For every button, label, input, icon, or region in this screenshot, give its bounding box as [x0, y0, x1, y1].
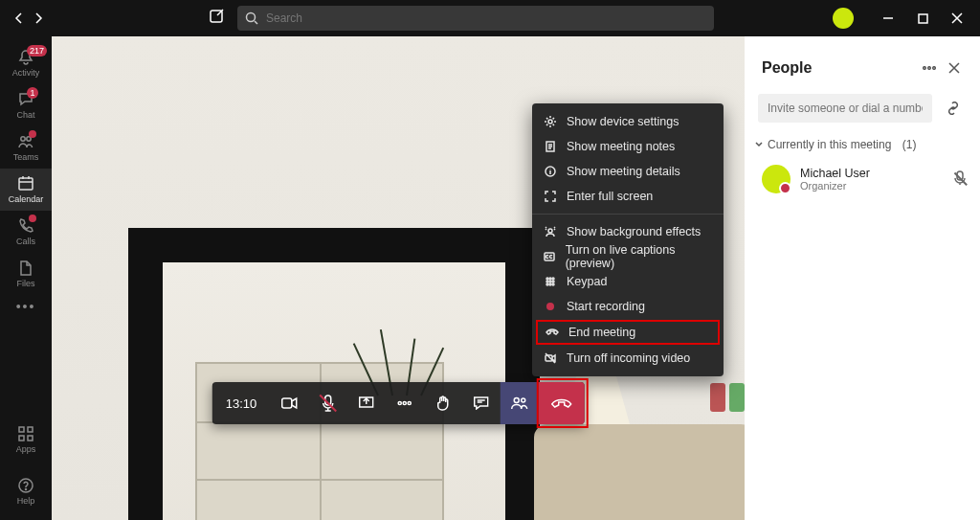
- rail-calls[interactable]: Calls: [0, 211, 52, 253]
- panel-more-button[interactable]: [917, 56, 942, 80]
- menu-meeting-notes[interactable]: Show meeting notes: [532, 134, 724, 159]
- svg-point-38: [933, 67, 936, 70]
- menu-live-captions[interactable]: Turn on live captions (preview): [532, 244, 724, 269]
- people-panel: People Currently in this meeting (1) Mic…: [745, 36, 980, 520]
- info-icon: [544, 166, 557, 177]
- close-button[interactable]: [940, 4, 974, 33]
- copy-link-button[interactable]: [940, 95, 967, 122]
- svg-point-36: [924, 67, 926, 70]
- maximize-button[interactable]: [905, 4, 940, 33]
- svg-point-37: [928, 67, 931, 70]
- chevron-down-icon: [754, 140, 764, 149]
- hangup-icon: [550, 396, 571, 410]
- chat-button[interactable]: [461, 382, 500, 424]
- cc-icon: [544, 251, 556, 262]
- menu-label: Keypad: [567, 275, 607, 288]
- section-current[interactable]: Currently in this meeting (1): [745, 132, 980, 157]
- svg-rect-9: [28, 436, 33, 441]
- rail-label: Teams: [13, 152, 39, 162]
- share-button[interactable]: [346, 382, 385, 424]
- svg-point-3: [21, 137, 25, 141]
- rail-badge: 217: [27, 45, 47, 57]
- files-icon: [17, 260, 34, 277]
- help-icon: [17, 477, 34, 494]
- menu-label: Show meeting notes: [567, 140, 675, 153]
- invite-input[interactable]: [758, 94, 932, 123]
- section-count: (1): [902, 138, 917, 151]
- hand-icon: [435, 396, 449, 411]
- menu-label: Show meeting details: [567, 165, 680, 178]
- search-input[interactable]: [266, 11, 706, 25]
- menu-device-settings[interactable]: Show device settings: [532, 109, 724, 134]
- minimize-button[interactable]: [871, 4, 905, 33]
- svg-point-18: [549, 278, 551, 280]
- people-icon: [510, 396, 527, 410]
- record-icon: [544, 301, 557, 312]
- menu-meeting-details[interactable]: Show meeting details: [532, 159, 724, 184]
- rail-help[interactable]: Help: [0, 472, 52, 510]
- raise-hand-button[interactable]: [423, 382, 461, 424]
- svg-point-19: [552, 278, 554, 280]
- participant-mic-muted[interactable]: [953, 170, 967, 189]
- svg-point-11: [26, 489, 27, 490]
- svg-point-26: [546, 303, 554, 310]
- search-box[interactable]: [237, 6, 714, 31]
- menu-background-effects[interactable]: Show background effects: [532, 219, 724, 244]
- rail-label: Files: [16, 279, 34, 288]
- forward-button[interactable]: [31, 11, 46, 26]
- menu-keypad[interactable]: Keypad: [532, 269, 724, 294]
- hangup-button[interactable]: [538, 382, 584, 424]
- window-controls: [833, 4, 974, 33]
- menu-label: Show device settings: [567, 115, 679, 128]
- more-icon: [396, 400, 412, 406]
- back-button[interactable]: [11, 11, 27, 26]
- rail-label: Apps: [16, 444, 36, 454]
- keypad-icon: [544, 276, 557, 287]
- app-rail: 217 Activity 1 Chat Teams Calendar Calls…: [0, 36, 52, 520]
- rail-dot: [29, 130, 36, 138]
- user-avatar[interactable]: [833, 8, 854, 29]
- meeting-toolbar: 13:10: [212, 382, 585, 424]
- svg-rect-2: [919, 14, 927, 23]
- participant-row[interactable]: Michael User Organizer: [745, 157, 980, 201]
- background-icon: [544, 226, 557, 237]
- share-icon: [358, 396, 373, 410]
- svg-point-12: [548, 120, 552, 124]
- toggle-mic-button[interactable]: [308, 382, 346, 424]
- toggle-camera-button[interactable]: [270, 382, 308, 424]
- menu-start-recording[interactable]: Start recording: [532, 294, 724, 319]
- menu-turn-off-incoming-video[interactable]: Turn off incoming video: [532, 346, 724, 371]
- chat-icon: [473, 396, 488, 410]
- svg-point-23: [546, 283, 548, 285]
- video-off-icon: [544, 352, 557, 364]
- svg-rect-6: [19, 427, 24, 432]
- menu-end-meeting[interactable]: End meeting: [536, 320, 720, 345]
- rail-label: Calls: [16, 237, 35, 246]
- rail-chat[interactable]: 1 Chat: [0, 84, 52, 126]
- fullscreen-icon: [544, 191, 557, 202]
- svg-point-17: [546, 278, 548, 280]
- rail-more[interactable]: •••: [16, 299, 36, 314]
- svg-point-34: [514, 398, 519, 403]
- svg-rect-28: [281, 398, 291, 408]
- rail-apps[interactable]: Apps: [0, 420, 52, 459]
- rail-activity[interactable]: 217 Activity: [0, 42, 52, 84]
- more-actions-button[interactable]: [385, 382, 423, 424]
- rail-teams[interactable]: Teams: [0, 126, 52, 169]
- camera-icon: [280, 396, 298, 410]
- compose-icon[interactable]: [209, 9, 228, 28]
- svg-point-25: [552, 283, 554, 285]
- people-button[interactable]: [500, 382, 538, 424]
- link-icon: [946, 102, 961, 115]
- rail-files[interactable]: Files: [0, 253, 52, 295]
- svg-point-31: [398, 401, 401, 404]
- meeting-timer: 13:10: [212, 396, 271, 411]
- svg-point-15: [548, 229, 552, 233]
- gear-icon: [544, 116, 557, 127]
- menu-fullscreen[interactable]: Enter full screen: [532, 184, 724, 209]
- more-actions-menu: Show device settings Show meeting notes …: [532, 103, 724, 376]
- participant-name: Michael User: [800, 167, 870, 180]
- panel-close-button[interactable]: [942, 56, 967, 80]
- rail-calendar[interactable]: Calendar: [0, 169, 52, 211]
- svg-point-21: [549, 281, 551, 283]
